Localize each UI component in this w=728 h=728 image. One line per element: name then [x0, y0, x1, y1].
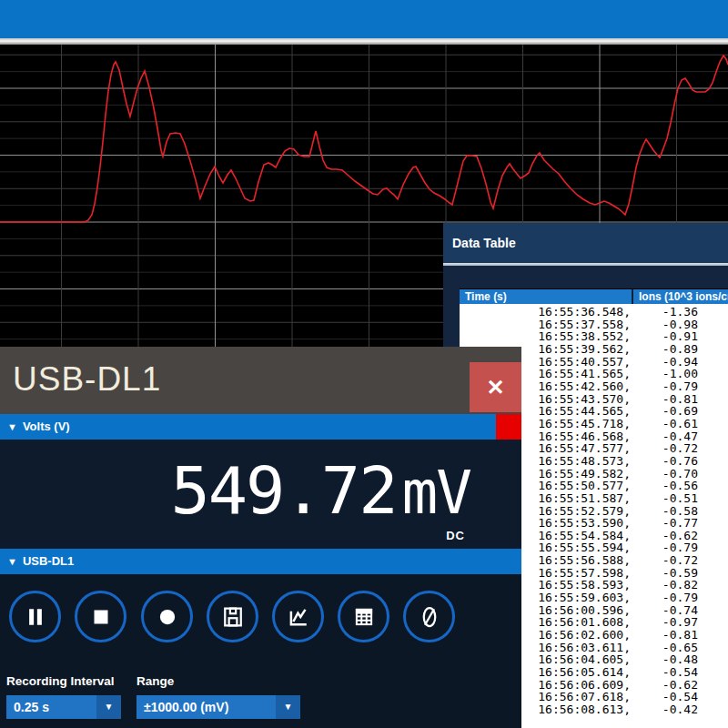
table-icon	[350, 603, 378, 631]
value-cell: -0.47	[631, 430, 698, 443]
column-header-ions[interactable]: Ions (10^3 ions/cm	[632, 289, 728, 305]
collapse-triangle-icon[interactable]: ▼	[7, 549, 17, 574]
value-cell: -0.65	[631, 642, 698, 654]
table-row: 16:55:37.558, -0.98	[460, 318, 728, 331]
titlebar-separator	[443, 263, 728, 266]
save-icon	[219, 603, 247, 631]
data-table-title: Data Table	[452, 236, 516, 250]
sensor-section-bar[interactable]: ▼Volts (V)	[0, 414, 521, 440]
value-cell: -0.79	[631, 592, 698, 604]
value-cell: -0.72	[631, 554, 698, 567]
record-icon	[154, 603, 181, 631]
usb-dl1-window: USB-DL1 ✕ ▼Volts (V) 549.72mV DC ▼USB-DL…	[0, 347, 521, 728]
usb-dl1-titlebar[interactable]: USB-DL1 ✕	[0, 347, 521, 414]
app-screen: { "top_window": { "titlebar_color": "#0b…	[0, 0, 728, 728]
value-cell: -0.61	[631, 418, 698, 430]
top-titlebar[interactable]	[0, 0, 728, 38]
zero-button[interactable]	[403, 591, 455, 642]
stop-button[interactable]	[75, 591, 126, 642]
value-cell: -0.59	[631, 567, 698, 580]
value-cell: -0.79	[631, 380, 698, 393]
value-cell: -0.56	[631, 480, 698, 492]
value-cell: -0.48	[631, 653, 698, 666]
value-cell: -1.00	[631, 368, 698, 380]
device-section-label: USB-DL1	[23, 554, 74, 568]
value-cell: -0.54	[631, 666, 698, 679]
time-cell: 16:55:36.548,	[460, 306, 631, 318]
value-cell: -0.81	[631, 393, 698, 406]
data-table-titlebar[interactable]: Data Table	[443, 223, 728, 263]
range-select[interactable]: ±1000.00 (mV) ▼	[136, 695, 300, 719]
recording-interval-value: 0.25 s	[6, 700, 96, 714]
recording-interval-select[interactable]: 0.25 s ▼	[6, 695, 121, 719]
collapse-triangle-icon[interactable]: ▼	[7, 414, 17, 440]
save-button[interactable]	[207, 591, 258, 642]
sensor-section-label: Volts (V)	[23, 420, 70, 433]
graph-button[interactable]	[272, 591, 324, 642]
table-header-row: Time (s) Ions (10^3 ions/cm	[460, 288, 728, 305]
zero-icon	[416, 603, 443, 631]
value-cell: -0.72	[631, 442, 698, 455]
value-cell: -0.69	[631, 405, 698, 418]
range-label: Range	[136, 674, 174, 688]
value-cell: -0.81	[631, 629, 698, 642]
chevron-down-icon[interactable]: ▼	[96, 695, 121, 719]
chevron-down-icon[interactable]: ▼	[276, 695, 300, 719]
value-cell: -0.82	[631, 579, 698, 592]
toolbar	[0, 574, 521, 665]
time-cell: 16:55:37.558,	[460, 318, 631, 331]
value-cell: -0.98	[631, 318, 698, 331]
recording-interval-label: Recording Interval	[6, 674, 115, 688]
meter-reading: 549.72mV DC	[170, 452, 470, 529]
value-cell: -0.89	[631, 343, 698, 356]
reading-value: 549.72	[170, 452, 396, 529]
value-cell: -0.77	[631, 517, 698, 530]
close-button[interactable]: ✕	[470, 362, 521, 412]
value-cell: -0.79	[631, 541, 698, 554]
device-section-bar[interactable]: ▼USB-DL1	[0, 549, 521, 574]
reading-mode: DC	[446, 529, 465, 542]
table-row: 16:55:38.552, -0.91	[460, 330, 728, 343]
sensor-status-indicator	[496, 414, 521, 440]
pause-button[interactable]	[9, 591, 61, 642]
range-value: ±1000.00 (mV)	[136, 700, 276, 714]
value-cell: -0.74	[631, 604, 698, 617]
value-cell: -0.62	[631, 530, 698, 542]
value-cell: -0.54	[631, 691, 698, 703]
titlebar-divider	[0, 38, 728, 45]
column-header-time[interactable]: Time (s)	[460, 289, 632, 305]
usb-dl1-window-title: USB-DL1	[13, 360, 161, 399]
value-cell: -1.36	[631, 306, 698, 318]
value-cell: -0.91	[631, 330, 698, 343]
value-cell: -0.42	[631, 703, 698, 716]
meter-display: 549.72mV DC	[0, 440, 521, 549]
table-row: 16:55:36.548, -1.36	[460, 306, 728, 318]
value-cell: -0.94	[631, 356, 698, 369]
reading-unit: mV	[402, 458, 470, 528]
value-cell: -0.58	[631, 505, 698, 518]
value-cell: -0.76	[631, 455, 698, 468]
graph-icon	[285, 603, 312, 631]
table-button[interactable]	[338, 591, 389, 642]
record-button[interactable]	[141, 591, 193, 642]
pause-icon	[22, 603, 49, 631]
value-cell: -0.70	[631, 468, 698, 480]
time-cell: 16:55:38.552,	[460, 330, 631, 343]
value-cell: -0.97	[631, 616, 698, 629]
value-cell: -0.51	[631, 492, 698, 505]
stop-icon	[87, 603, 115, 631]
value-cell: -0.62	[631, 679, 698, 692]
